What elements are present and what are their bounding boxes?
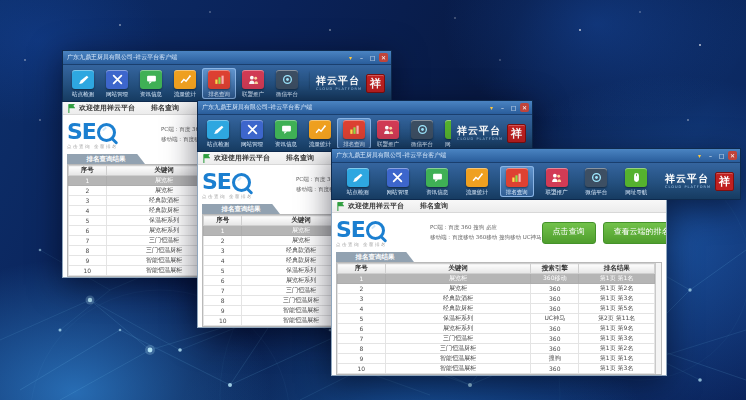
table-row[interactable]: 5 保温柜系列 UC神马 第2页 第11名: [338, 314, 655, 324]
brand-subtitle: CLOUD PLATFORM: [316, 87, 362, 91]
close-icon[interactable]: ✕: [520, 103, 529, 112]
toolbar-item[interactable]: 网址导航: [304, 68, 310, 99]
table-scrollbar[interactable]: [655, 263, 661, 374]
toolbar-item[interactable]: 排名查询: [500, 166, 534, 197]
toolbar-item[interactable]: 微信平台: [270, 68, 304, 99]
toolbar-item[interactable]: 流量统计: [460, 166, 494, 197]
line-chart-icon: [309, 120, 331, 139]
tab-rank-results[interactable]: 排名查询结果: [202, 204, 280, 214]
toolbar-item[interactable]: 排名查询: [337, 118, 371, 149]
toolbar-item[interactable]: 排名查询: [202, 68, 236, 99]
message-icon: [426, 168, 448, 187]
tools-icon: [387, 168, 409, 187]
toolbar-item[interactable]: 微信平台: [405, 118, 439, 149]
column-header-keyword: 关键词: [385, 264, 531, 274]
maximize-icon[interactable]: □: [717, 151, 726, 160]
section-title: 排名查询: [420, 201, 448, 211]
table-row[interactable]: 3 经典款酒柜 360 第1页 第3名: [338, 294, 655, 304]
toolbar-item[interactable]: 联盟推广: [540, 166, 574, 197]
maximize-icon[interactable]: □: [368, 53, 377, 62]
toolbar-item[interactable]: 联盟推广: [236, 68, 270, 99]
welcome-text: 欢迎使用祥云平台: [79, 103, 135, 113]
table-row[interactable]: 7 三门恒温柜 360 第1页 第3名: [338, 334, 655, 344]
minimize-icon[interactable]: –: [498, 103, 507, 112]
desktop: { "window": { "title": "广东九鼎王厨具有限公司-祥云平台…: [0, 0, 746, 400]
magnifier-icon: [366, 221, 385, 240]
brand-seal: 祥: [507, 124, 526, 143]
seo-tagline: 点击查询 全面排名: [202, 194, 290, 199]
main-content: SE 点击查询 全面排名 PC端：百度 360 搜狗 必应 移动端：百度移动 3…: [332, 213, 666, 375]
toolbar-item[interactable]: 站点检测: [66, 68, 100, 99]
seo-header-row: SE 点击查询 全面排名 PC端：百度 360 搜狗 必应 移动端：百度移动 3…: [336, 216, 662, 250]
close-icon[interactable]: ✕: [379, 53, 388, 62]
skin-icon[interactable]: ▾: [695, 151, 704, 160]
mouse-icon: [445, 120, 451, 139]
window-title: 广东九鼎王厨具有限公司-祥云平台客户端: [202, 103, 487, 112]
table-row[interactable]: 6 展览柜系列 360 第1页 第9名: [338, 324, 655, 334]
section-title: 排名查询: [151, 103, 179, 113]
table-row[interactable]: 10 智能恒温展柜 360 第1页 第3名: [338, 364, 655, 374]
window-chrome: 广东九鼎王厨具有限公司-祥云平台客户端 ▾ – □ ✕ 站点检测: [62, 50, 392, 102]
message-icon: [275, 120, 297, 139]
toolbar-item-label: 微信平台: [270, 91, 304, 98]
cloud-rank-button[interactable]: 查看云端的排名: [603, 222, 668, 244]
minimize-icon[interactable]: –: [357, 53, 366, 62]
table-row[interactable]: 1 展览柜 360移动 第1页 第1名: [338, 274, 655, 284]
toolbar-item-label: 资讯信息: [269, 141, 303, 148]
query-button[interactable]: 点击查询: [542, 222, 596, 244]
toolbar-item[interactable]: 站点检测: [341, 166, 375, 197]
line-chart-icon: [174, 70, 196, 89]
toolbar-item[interactable]: 网站管理: [381, 166, 415, 197]
close-icon[interactable]: ✕: [728, 151, 737, 160]
app-window: 广东九鼎王厨具有限公司-祥云平台客户端 ▾ – □ ✕ 站点检测: [331, 148, 741, 353]
toolbar-item-label: 网址导航: [304, 91, 310, 98]
skin-icon[interactable]: ▾: [346, 53, 355, 62]
message-icon: [140, 70, 162, 89]
toolbar-item[interactable]: 流量统计: [168, 68, 202, 99]
table-row[interactable]: 8 三门恒温厨柜 360 第1页 第2名: [338, 344, 655, 354]
minimize-icon[interactable]: –: [706, 151, 715, 160]
brand-logo: 祥云平台 CLOUD PLATFORM 祥: [316, 74, 385, 93]
pencil-icon: [72, 70, 94, 89]
toolbar-item[interactable]: 微信平台: [579, 166, 613, 197]
main-toolbar: 站点检测 网站管理 资讯信息: [63, 65, 391, 101]
toolbar-item[interactable]: 资讯信息: [420, 166, 454, 197]
toolbar-item-label: 站点检测: [201, 141, 235, 148]
tools-icon: [241, 120, 263, 139]
notice-bar: 欢迎使用祥云平台 排名查询: [332, 200, 666, 213]
toolbar-item[interactable]: 网站管理: [100, 68, 134, 99]
welcome-text: 欢迎使用祥云平台: [214, 153, 270, 163]
toolbar-item-label: 流量统计: [168, 91, 202, 98]
skin-icon[interactable]: ▾: [487, 103, 496, 112]
people-icon: [242, 70, 264, 89]
table-row[interactable]: 4 经典款厨柜 360 第1页 第5名: [338, 304, 655, 314]
welcome-text: 欢迎使用祥云平台: [348, 201, 404, 211]
brand-seal: 祥: [715, 172, 734, 191]
table-header-row: 序号 关键词 搜索引擎 排名结果: [338, 264, 655, 274]
toolbar-item[interactable]: 站点检测: [201, 118, 235, 149]
table-row[interactable]: 9 智能恒温展柜 搜狗 第1页 第1名: [338, 354, 655, 364]
toolbar-item[interactable]: 网址导航: [619, 166, 653, 197]
toolbar-item-label: 流量统计: [303, 141, 337, 148]
toolbar-item[interactable]: 网站管理: [235, 118, 269, 149]
toolbar-item-label: 联盟推广: [371, 141, 405, 148]
toolbar-items: 站点检测 网站管理 资讯信息: [66, 68, 310, 99]
tab-rank-results[interactable]: 排名查询结果: [336, 252, 414, 262]
toolbar-item[interactable]: 资讯信息: [134, 68, 168, 99]
tab-rank-results[interactable]: 排名查询结果: [67, 154, 145, 164]
column-header-no: 序号: [204, 216, 242, 226]
title-bar: 广东九鼎王厨具有限公司-祥云平台客户端 ▾ – □ ✕: [198, 101, 532, 115]
column-header-no: 序号: [69, 166, 107, 176]
toolbar-item[interactable]: 联盟推广: [371, 118, 405, 149]
section-title: 排名查询: [286, 153, 314, 163]
table-row[interactable]: 2 展览柜 360 第1页 第2名: [338, 284, 655, 294]
toolbar-item[interactable]: 流量统计: [303, 118, 337, 149]
toolbar-item[interactable]: 网址导航: [439, 118, 451, 149]
column-header-rank: 排名结果: [579, 264, 655, 274]
seo-logo: SE 点击查询 全面排名: [67, 121, 155, 149]
title-bar: 广东九鼎王厨具有限公司-祥云平台客户端 ▾ – □ ✕: [332, 149, 740, 163]
toolbar-item[interactable]: 资讯信息: [269, 118, 303, 149]
toolbar-item-label: 微信平台: [579, 189, 613, 196]
maximize-icon[interactable]: □: [509, 103, 518, 112]
toolbar-item-label: 微信平台: [405, 141, 439, 148]
